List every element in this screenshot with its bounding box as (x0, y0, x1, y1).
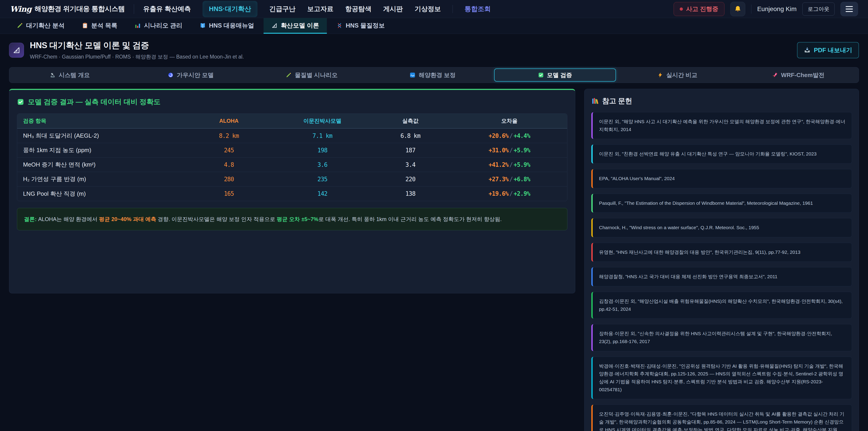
check-box-icon (17, 98, 24, 105)
subnav-item-hns-manual[interactable]: HNS 대응매뉴얼 (192, 18, 262, 34)
lightning-icon (657, 72, 663, 78)
nav-item-emergency-rescue[interactable]: 긴급구난 (269, 4, 296, 13)
pencil-icon (286, 72, 291, 78)
reference-item: Pasquill, F., "The Estimation of the Dis… (591, 194, 852, 213)
incident-status-badge[interactable]: 사고 진행중 (674, 2, 724, 16)
set-square-icon (12, 46, 21, 54)
page-title-block: HNS 대기확산 모델 이론 및 검증 WRF-Chem · Gaussian … (30, 40, 244, 60)
tab-marine-env-correction[interactable]: 해양환경 보정 (372, 67, 493, 83)
menu-button[interactable] (840, 2, 858, 16)
reference-list: 이문진 외, "해양 HNS 사고 시 대기확산 예측을 위한 가우시안 모델의… (591, 112, 852, 431)
subnav-item-scenario-management[interactable]: 시나리오 관리 (127, 18, 190, 34)
hamburger-icon (846, 6, 853, 7)
tab-system-overview[interactable]: 시스템 개요 (9, 67, 130, 83)
col-header-item: 검증 항목 (17, 115, 182, 127)
tab-gaussian-model[interactable]: 가우시안 모델 (130, 67, 251, 83)
nav-item-board[interactable]: 게시판 (383, 4, 403, 13)
pencil-icon (17, 22, 23, 29)
cyclone-icon (168, 72, 174, 78)
top-right-divider (751, 4, 751, 13)
reference-item: 이문진 외, "해양 HNS 사고 시 대기확산 예측을 위한 가우시안 모델의… (591, 112, 852, 139)
table-row: 풍하 1km 지점 농도 (ppm) 245 198 187 +31.0%/+5… (17, 143, 567, 157)
tab-wrf-chem[interactable]: WRF-Chem발전 (738, 67, 859, 83)
logo: Wing (10, 4, 31, 13)
logout-button[interactable]: 로그아웃 (802, 2, 835, 16)
nav-item-weather[interactable]: 기상정보 (414, 4, 441, 13)
top-right-cluster: 사고 진행중 Eunjeong Kim 로그아웃 (674, 2, 858, 16)
references-title: 참고 문헌 (591, 96, 852, 106)
table-row: H₂ 가연성 구름 반경 (m) 280 235 220 +27.3%/+6.8… (17, 172, 567, 186)
table-header-row: 검증 항목 ALOHA 이문진박사모델 실측값 오차율 (17, 114, 567, 129)
subnav-item-hns-substance-info[interactable]: HNS 물질정보 (329, 18, 393, 34)
table-row: MeOH 증기 확산 면적 (km²) 4.8 3.6 3.4 +41.2%/+… (17, 157, 567, 172)
brand: Wing 해양환경 위기대응 통합시스템 (10, 4, 125, 13)
col-header-aloha: ALOHA (182, 116, 276, 126)
pdf-export-button[interactable]: PDF 내보내기 (797, 42, 859, 58)
subnav-item-analysis-list[interactable]: 분석 목록 (74, 18, 125, 34)
reference-item: Charnock, H., "Wind stress on a water su… (591, 218, 852, 237)
validation-table: 검증 항목 ALOHA 이문진박사모델 실측값 오차율 NH₃ 최대 도달거리 … (17, 114, 567, 201)
tab-substance-scenarios[interactable]: 물질별 시나리오 (251, 67, 372, 83)
tab-model-validation[interactable]: 모델 검증 (494, 68, 616, 82)
incident-dot-icon (680, 7, 683, 11)
table-row: LNG Pool 확산 직경 (m) 165 142 138 +19.6%/+2… (17, 186, 567, 201)
microscope-icon (50, 72, 56, 78)
app-title: 해양환경 위기대응 통합시스템 (35, 4, 125, 13)
user-name: Eunjeong Kim (757, 5, 797, 13)
reference-item: 해양경찰청, "HNS 사고 국가 대비 대응 체제 선진화 방안 연구용역 최… (591, 267, 852, 286)
download-tray-icon (804, 47, 811, 54)
reference-item: 박경애·이진호·박재진·김태성·이문진, "인공위성 원격탐사 기반 AI 활용… (591, 357, 852, 399)
references-panel: 참고 문헌 이문진 외, "해양 HNS 사고 시 대기확산 예측을 위한 가우… (584, 89, 859, 431)
right-column: 참고 문헌 이문진 외, "해양 HNS 사고 시 대기확산 예측을 위한 가우… (584, 89, 859, 431)
main-nav: 유출유 확산예측 HNS·대기확산 긴급구난 보고자료 항공탐색 게시판 기상정… (143, 1, 491, 17)
clipboard-icon (82, 22, 88, 29)
tab-realtime-comparison[interactable]: 실시간 비교 (617, 67, 738, 83)
nav-item-aerial-search[interactable]: 항공탐색 (345, 4, 371, 13)
reference-item: 오진덕·김주영·이득재·김용명·최훈·이문진, "다항목 HNS 데이터의 실시… (591, 405, 852, 431)
bar-chart-icon (134, 22, 141, 29)
col-header-measured: 실측값 (369, 115, 452, 127)
reference-item: EPA, "ALOHA User's Manual", 2024 (591, 169, 852, 188)
page-subtitle: WRF-Chem · Gaussian Plume/Puff · ROMS · … (30, 53, 244, 60)
page-header: HNS 대기확산 모델 이론 및 검증 WRF-Chem · Gaussian … (0, 34, 868, 65)
subnav-item-dispersion-model-theory[interactable]: 확산모델 이론 (264, 18, 327, 34)
set-square-icon (271, 22, 278, 29)
open-book-icon (199, 22, 206, 29)
pdf-export-label: PDF 내보내기 (814, 46, 852, 54)
conclusion-note: 결론: ALOHA는 해양 환경에서 평균 20~40% 과대 예측 경향. 이… (17, 208, 567, 230)
reference-item: 이문진 외, "친환경 선박연료 해양 유출 시 대기확산 특성 연구 — 암모… (591, 145, 852, 164)
main-content: 모델 검증 결과 — 실측 데이터 대비 정확도 검증 항목 ALOHA 이문진… (9, 89, 859, 431)
table-row: NH₃ 최대 도달거리 (AEGL-2) 8.2 km 7.1 km 6.8 k… (17, 129, 567, 143)
nav-divider (453, 5, 453, 13)
rocket-icon (772, 72, 778, 78)
reference-item: 김창겸·이문진 외, "해양산업시설 배출 위험유해물질(HNS)의 해양확산 … (591, 292, 852, 319)
reference-item: 유영현, "HNS 재난사고에 대한 해양경찰의 대응 방안", 한국위기관리논… (591, 243, 852, 262)
top-bar: Wing 해양환경 위기대응 통합시스템 유출유 확산예측 HNS·대기확산 긴… (0, 0, 868, 18)
incident-badge-label: 사고 진행중 (686, 5, 718, 13)
brand-divider (134, 4, 134, 14)
notifications-button[interactable] (730, 2, 745, 16)
validation-panel-title: 모델 검증 결과 — 실측 데이터 대비 정확도 (17, 97, 567, 107)
page-title: HNS 대기확산 모델 이론 및 검증 (30, 40, 244, 51)
books-icon (591, 97, 598, 105)
nav-item-hns-dispersion[interactable]: HNS·대기확산 (203, 1, 257, 17)
sub-nav: 대기확산 분석 분석 목록 시나리오 관리 HNS 대응매뉴얼 확산모델 이론 (0, 18, 868, 34)
reference-item: 장하용·이문진 외, "신속한 의사결정을 위한 HNS 사고이력관리시스템 설… (591, 324, 852, 351)
bell-icon (734, 5, 742, 13)
model-validation-panel: 모델 검증 결과 — 실측 데이터 대비 정확도 검증 항목 ALOHA 이문진… (9, 89, 575, 294)
col-header-model: 이문진박사모델 (276, 115, 369, 127)
nav-item-oil-spill[interactable]: 유출유 확산예측 (143, 4, 191, 13)
nav-item-reports[interactable]: 보고자료 (307, 4, 333, 13)
col-header-error: 오차율 (452, 115, 567, 127)
dna-icon (336, 22, 343, 29)
wave-icon (410, 72, 415, 78)
nav-item-integrated-search[interactable]: 통합조회 (465, 4, 491, 13)
section-tabbar: 시스템 개요 가우시안 모델 물질별 시나리오 해양환경 보정 모델 검증 (9, 67, 859, 83)
check-box-icon (538, 72, 544, 78)
page-icon-badge (9, 43, 24, 58)
subnav-item-dispersion-analysis[interactable]: 대기확산 분석 (9, 18, 72, 34)
